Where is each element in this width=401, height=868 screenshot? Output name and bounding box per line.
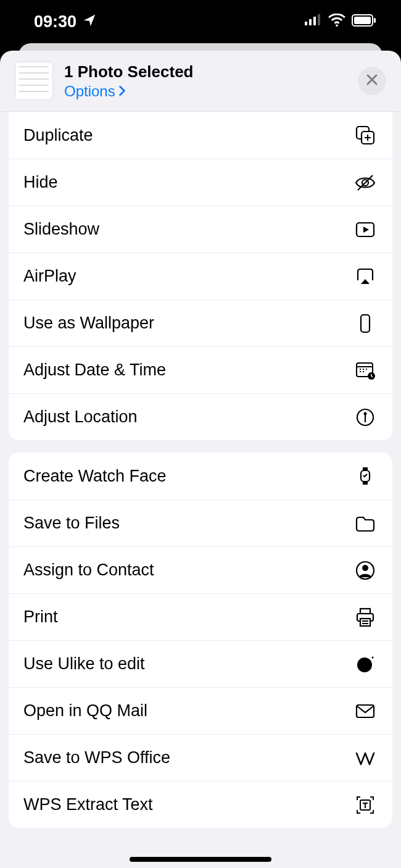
calendar-clock-icon	[353, 358, 378, 383]
svg-rect-6	[354, 17, 371, 24]
svg-rect-12	[361, 315, 370, 332]
action-label: Adjust Date & Time	[23, 361, 353, 380]
action-airplay[interactable]: AirPlay	[9, 252, 392, 299]
status-bar: 09:30	[0, 0, 401, 43]
svg-rect-3	[318, 14, 320, 25]
action-group: Duplicate Hide Slideshow AirPlay	[9, 112, 392, 440]
svg-point-19	[362, 565, 368, 571]
location-services-icon	[83, 12, 96, 31]
action-label: Use Ulike to edit	[23, 654, 353, 674]
chevron-right-icon	[118, 83, 126, 100]
svg-rect-1	[309, 19, 312, 25]
cellular-signal-icon	[305, 14, 322, 29]
action-slideshow[interactable]: Slideshow	[9, 206, 392, 252]
action-hide[interactable]: Hide	[9, 159, 392, 206]
extract-text-icon	[353, 793, 378, 817]
close-icon	[366, 73, 378, 88]
action-label: Adjust Location	[23, 407, 353, 427]
action-label: Hide	[23, 173, 353, 192]
action-wps-office[interactable]: Save to WPS Office	[9, 734, 392, 781]
options-button[interactable]: Options	[64, 83, 347, 100]
action-label: Use as Wallpaper	[23, 314, 353, 333]
home-indicator[interactable]	[130, 857, 271, 862]
action-label: Open in QQ Mail	[23, 701, 353, 720]
action-save-files[interactable]: Save to Files	[9, 499, 392, 546]
sheet-title: 1 Photo Selected	[64, 62, 347, 81]
sheet-header: 1 Photo Selected Options	[0, 51, 401, 112]
battery-icon	[352, 14, 376, 29]
action-adjust-datetime[interactable]: Adjust Date & Time	[9, 346, 392, 393]
svg-point-23	[357, 657, 372, 672]
action-assign-contact[interactable]: Assign to Contact	[9, 546, 392, 593]
hide-icon	[353, 170, 378, 195]
actions-scroll[interactable]: Duplicate Hide Slideshow AirPlay	[0, 112, 401, 867]
action-watch-face[interactable]: Create Watch Face	[9, 453, 392, 499]
action-adjust-location[interactable]: Adjust Location	[9, 393, 392, 440]
action-ulike[interactable]: Use Ulike to edit	[9, 640, 392, 687]
photo-thumbnail[interactable]	[15, 62, 53, 100]
svg-rect-22	[360, 619, 370, 626]
airplay-icon	[353, 264, 378, 289]
action-group: Create Watch Face Save to Files Assign t…	[9, 453, 392, 828]
watch-icon	[353, 464, 378, 488]
svg-point-24	[372, 656, 374, 658]
action-print[interactable]: Print	[9, 593, 392, 640]
options-label: Options	[64, 83, 115, 100]
svg-rect-0	[305, 22, 307, 25]
action-label: Save to Files	[23, 514, 353, 533]
svg-rect-25	[357, 705, 374, 717]
action-label: AirPlay	[23, 267, 353, 286]
svg-rect-2	[313, 17, 316, 25]
mail-icon	[353, 699, 378, 724]
location-pin-icon	[353, 405, 378, 430]
wps-icon	[353, 746, 378, 770]
contact-icon	[353, 558, 378, 583]
wifi-icon	[328, 14, 345, 30]
close-button[interactable]	[358, 67, 386, 95]
action-label: Duplicate	[23, 126, 353, 145]
action-label: Print	[23, 607, 353, 627]
action-label: WPS Extract Text	[23, 795, 353, 814]
action-duplicate[interactable]: Duplicate	[9, 112, 392, 159]
wallpaper-icon	[353, 311, 378, 336]
slideshow-icon	[353, 217, 378, 242]
action-label: Assign to Contact	[23, 561, 353, 580]
print-icon	[353, 605, 378, 630]
share-sheet: 1 Photo Selected Options Duplicate	[0, 51, 401, 868]
svg-rect-7	[374, 18, 376, 23]
status-time: 09:30	[34, 12, 76, 31]
ulike-icon	[353, 652, 378, 677]
svg-point-4	[336, 24, 338, 27]
action-label: Save to WPS Office	[23, 748, 353, 767]
folder-icon	[353, 511, 378, 536]
duplicate-icon	[353, 123, 378, 148]
action-label: Slideshow	[23, 220, 353, 239]
action-wps-extract[interactable]: WPS Extract Text	[9, 781, 392, 828]
action-wallpaper[interactable]: Use as Wallpaper	[9, 299, 392, 346]
action-label: Create Watch Face	[23, 467, 353, 486]
svg-point-16	[364, 412, 367, 415]
svg-rect-20	[360, 609, 370, 614]
action-qq-mail[interactable]: Open in QQ Mail	[9, 687, 392, 734]
